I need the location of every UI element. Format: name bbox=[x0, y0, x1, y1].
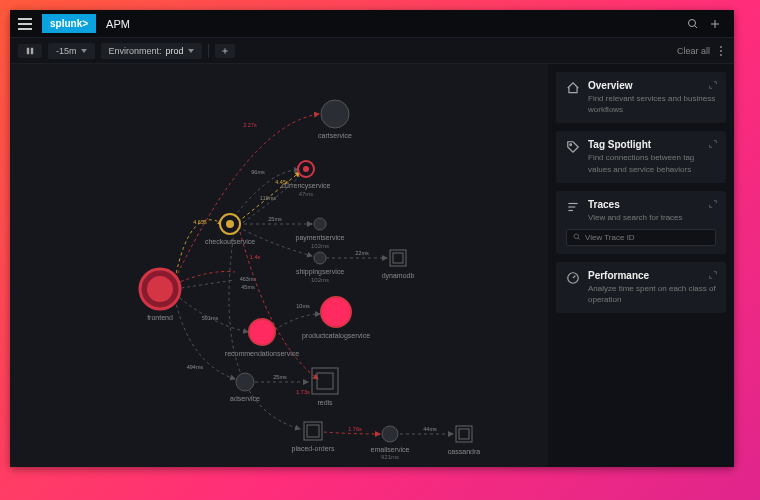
edge-label: 10ms bbox=[296, 303, 310, 309]
edge-label: 45ms bbox=[241, 284, 255, 290]
add-filter-button[interactable] bbox=[215, 44, 235, 58]
edge-label: 494ms bbox=[187, 364, 204, 370]
svg-point-19 bbox=[574, 234, 579, 239]
node-sublabel: 47ms bbox=[299, 191, 314, 197]
time-range-picker[interactable]: -15m bbox=[48, 43, 95, 59]
node-dynamodb[interactable] bbox=[390, 250, 406, 266]
node-label: recommendationservice bbox=[225, 350, 299, 357]
node-label: cassandra bbox=[448, 448, 480, 455]
card-desc: Find relevant services and business work… bbox=[588, 93, 716, 115]
node-redis[interactable] bbox=[312, 368, 338, 394]
node-label: redis bbox=[317, 399, 333, 406]
svg-line-1 bbox=[695, 25, 698, 28]
node-cartservice[interactable] bbox=[321, 100, 349, 128]
card-overview[interactable]: Overview Find relevant services and busi… bbox=[556, 72, 726, 123]
edge-label: 119ms bbox=[260, 195, 277, 201]
node-label: shippingservice bbox=[296, 268, 344, 276]
svg-point-0 bbox=[689, 19, 696, 26]
svg-rect-14 bbox=[459, 429, 469, 439]
card-performance[interactable]: Performance Analyze time spent on each c… bbox=[556, 262, 726, 313]
list-icon bbox=[566, 200, 580, 214]
expand-icon bbox=[708, 270, 718, 280]
card-title: Tag Spotlight bbox=[588, 139, 716, 150]
clear-all-button[interactable]: Clear all bbox=[677, 46, 710, 56]
edge-label: 591ms bbox=[202, 315, 219, 321]
node-label: frontend bbox=[147, 314, 173, 321]
edge-label: 1.4s bbox=[250, 254, 261, 260]
trace-input-placeholder: View Trace ID bbox=[585, 233, 635, 242]
edge-label: 4.65s bbox=[193, 219, 207, 225]
edge-label: 2.27s bbox=[243, 122, 257, 128]
chevron-down-icon bbox=[81, 49, 87, 53]
svg-rect-11 bbox=[393, 253, 403, 263]
card-desc: Find connections between tag values and … bbox=[588, 152, 716, 174]
node-label: currencyservice bbox=[281, 182, 330, 190]
pause-button[interactable] bbox=[18, 44, 42, 58]
svg-rect-5 bbox=[31, 47, 33, 53]
card-title: Performance bbox=[588, 270, 716, 281]
sidebar: Overview Find relevant services and busi… bbox=[548, 64, 734, 467]
node-paymentservice[interactable] bbox=[314, 218, 326, 230]
trace-id-input[interactable]: View Trace ID bbox=[566, 229, 716, 246]
node-label: cartservice bbox=[318, 132, 352, 139]
node-label: paymentservice bbox=[295, 234, 344, 242]
edge-label: 96ms bbox=[251, 169, 265, 175]
card-desc: Analyze time spent on each class of oper… bbox=[588, 283, 716, 305]
search-icon bbox=[573, 233, 581, 241]
node-sublabel: 102ms bbox=[311, 277, 329, 283]
tag-icon bbox=[566, 140, 580, 154]
svg-point-8 bbox=[147, 276, 173, 302]
gauge-icon bbox=[566, 271, 580, 285]
env-label: Environment: bbox=[109, 46, 162, 56]
node-label: adservice bbox=[230, 395, 260, 402]
edge-label: 25ms bbox=[268, 216, 282, 222]
node-productcatalogservice[interactable] bbox=[321, 297, 351, 327]
node-shippingservice[interactable] bbox=[314, 252, 326, 264]
node-sublabel: 921ms bbox=[381, 454, 399, 460]
search-icon[interactable] bbox=[682, 13, 704, 35]
node-label: placed-orders bbox=[292, 445, 335, 453]
service-map-canvas[interactable]: 2.27s 96ms 4.65s 4.45s 119ms 25ms 1.4s 4… bbox=[10, 64, 548, 467]
svg-rect-4 bbox=[27, 47, 29, 53]
svg-rect-12 bbox=[317, 373, 333, 389]
node-label: productcatalogservice bbox=[302, 332, 370, 340]
environment-picker[interactable]: Environment: prod bbox=[101, 43, 202, 59]
more-menu-button[interactable] bbox=[716, 42, 726, 60]
node-label: emailservice bbox=[371, 446, 410, 453]
node-cassandra[interactable] bbox=[456, 426, 472, 442]
svg-rect-13 bbox=[307, 425, 319, 437]
card-desc: View and search for traces bbox=[588, 212, 683, 223]
edge-label: 22ms bbox=[355, 250, 369, 256]
svg-point-15 bbox=[570, 144, 572, 146]
node-emailservice[interactable] bbox=[382, 426, 398, 442]
node-sublabel: 102ms bbox=[311, 243, 329, 249]
time-range-label: -15m bbox=[56, 46, 77, 56]
brand-logo: splunk> bbox=[42, 14, 96, 33]
edge-label: 25ms bbox=[273, 374, 287, 380]
node-label: dynamodb bbox=[382, 272, 415, 280]
card-title: Traces bbox=[588, 199, 683, 210]
edge-label: 463ms bbox=[240, 276, 257, 282]
home-icon bbox=[566, 81, 580, 95]
card-traces[interactable]: Traces View and search for traces View T… bbox=[556, 191, 726, 254]
edge-label: 1.73s bbox=[296, 389, 310, 395]
env-value: prod bbox=[166, 46, 184, 56]
expand-icon bbox=[708, 80, 718, 90]
edge-label: 1.76s bbox=[348, 426, 362, 432]
add-icon[interactable] bbox=[704, 13, 726, 35]
card-tag-spotlight[interactable]: Tag Spotlight Find connections between t… bbox=[556, 131, 726, 182]
svg-point-10 bbox=[226, 220, 234, 228]
edge-label: 44ms bbox=[423, 426, 437, 432]
chevron-down-icon bbox=[188, 49, 194, 53]
node-adservice[interactable] bbox=[236, 373, 254, 391]
svg-point-9 bbox=[303, 166, 309, 172]
expand-icon bbox=[708, 199, 718, 209]
svg-line-20 bbox=[578, 238, 580, 240]
card-title: Overview bbox=[588, 80, 716, 91]
expand-icon bbox=[708, 139, 718, 149]
node-label: checkoutservice bbox=[205, 238, 255, 245]
node-recommendationservice[interactable] bbox=[249, 319, 275, 345]
menu-button[interactable] bbox=[18, 16, 34, 32]
app-title: APM bbox=[106, 18, 130, 30]
